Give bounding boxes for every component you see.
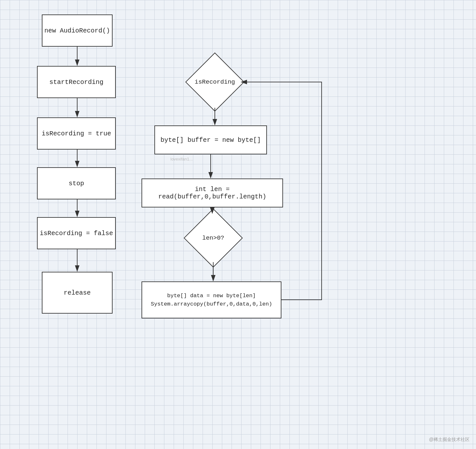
- box-is-recording-true: isRecording = true: [37, 117, 116, 150]
- box-byte-buffer: byte[] buffer = new byte[]: [154, 125, 267, 154]
- box-int-len: int len = read(buffer,0,buffer.length): [142, 179, 283, 207]
- box-byte-data: byte[] data = new byte[len] System.array…: [142, 281, 281, 318]
- cloud-watermark: lovexifan1...: [170, 157, 193, 161]
- box-start-recording: startRecording: [37, 66, 116, 98]
- box-stop: stop: [37, 167, 116, 199]
- diamond-len-gt-0: len>0?: [189, 214, 237, 262]
- box-release: release: [42, 272, 113, 314]
- diagram-container: new AudioRecord() startRecording isRecor…: [0, 0, 476, 449]
- box-is-recording-false: isRecording = false: [37, 217, 116, 249]
- diamond-is-recording: isRecording: [189, 56, 241, 108]
- watermark: @稀土掘金技术社区: [429, 437, 470, 443]
- box-new-audio: new AudioRecord(): [42, 14, 113, 47]
